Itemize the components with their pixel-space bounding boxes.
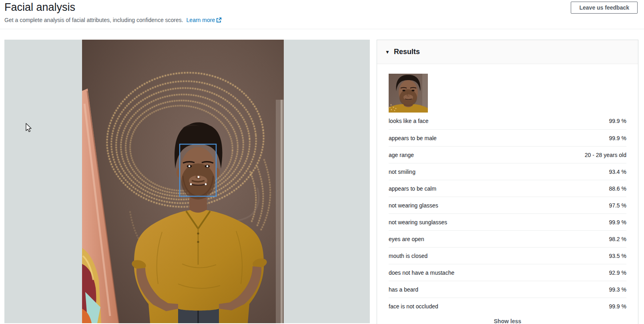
attribute-label: eyes are open xyxy=(389,236,424,242)
attribute-value: 98.2 % xyxy=(609,236,626,242)
attribute-label: does not have a mustache xyxy=(389,270,454,276)
attribute-row: eyes are open 98.2 % xyxy=(389,230,626,247)
attribute-value: 99.3 % xyxy=(609,286,626,293)
page-title: Facial analysis xyxy=(4,0,644,14)
attribute-label: age range xyxy=(389,152,414,158)
results-header-toggle[interactable]: ▼ Results xyxy=(377,40,638,64)
attribute-row: not wearing glasses 97.5 % xyxy=(389,197,626,213)
analyzed-photo xyxy=(82,40,284,323)
learn-more-link[interactable]: Learn more xyxy=(187,17,215,23)
attribute-label: appears to be male xyxy=(389,135,437,141)
attribute-label: not wearing sunglasses xyxy=(389,219,447,225)
analyzed-image-panel xyxy=(4,40,370,323)
attribute-row: not wearing sunglasses 99.9 % xyxy=(389,213,626,230)
attribute-row: looks like a face 99.9 % xyxy=(389,113,626,129)
external-link-icon[interactable] xyxy=(216,17,222,25)
attribute-label: looks like a face xyxy=(389,118,429,124)
attribute-value: 99.9 % xyxy=(609,118,626,124)
attribute-label: not smiling xyxy=(389,169,415,175)
detected-face-thumbnail xyxy=(389,74,428,113)
show-less-button[interactable]: Show less xyxy=(389,314,626,324)
attribute-value: 88.6 % xyxy=(609,185,626,192)
leave-feedback-button[interactable]: Leave us feedback xyxy=(571,2,638,14)
attribute-value: 99.9 % xyxy=(609,303,626,310)
attribute-row: appears to be calm 88.6 % xyxy=(389,180,626,197)
page-subtitle: Get a complete analysis of facial attrib… xyxy=(4,16,644,25)
results-panel: ▼ Results xyxy=(377,40,638,324)
attribute-row: age range 20 - 28 years old xyxy=(389,146,626,163)
attribute-row: has a beard 99.3 % xyxy=(389,281,626,298)
attribute-list: looks like a face 99.9 % appears to be m… xyxy=(389,113,626,314)
attribute-row: not smiling 93.4 % xyxy=(389,163,626,180)
attribute-value: 99.9 % xyxy=(609,135,626,141)
attribute-value: 97.5 % xyxy=(609,202,626,209)
attribute-label: has a beard xyxy=(389,286,418,293)
mouse-cursor-icon xyxy=(25,123,33,134)
attribute-value: 93.4 % xyxy=(609,169,626,175)
collapse-caret-icon[interactable]: ▼ xyxy=(385,49,390,55)
results-title: Results xyxy=(394,48,420,56)
results-body: looks like a face 99.9 % appears to be m… xyxy=(377,64,638,324)
attribute-row: appears to be male 99.9 % xyxy=(389,129,626,146)
attribute-row: does not have a mustache 92.9 % xyxy=(389,264,626,281)
attribute-value: 20 - 28 years old xyxy=(585,152,626,158)
attribute-label: not wearing glasses xyxy=(389,202,438,209)
attribute-value: 99.9 % xyxy=(609,219,626,225)
attribute-label: appears to be calm xyxy=(389,185,436,192)
page-subtitle-text: Get a complete analysis of facial attrib… xyxy=(4,17,183,23)
attribute-value: 92.9 % xyxy=(609,270,626,276)
attribute-label: mouth is closed xyxy=(389,253,427,259)
page-header: Facial analysis Get a complete analysis … xyxy=(0,0,644,29)
learn-more-label: Learn more xyxy=(187,17,215,23)
attribute-row: face is not occluded 99.9 % xyxy=(389,298,626,314)
attribute-label: face is not occluded xyxy=(389,303,438,310)
attribute-value: 93.5 % xyxy=(609,253,626,259)
attribute-row: mouth is closed 93.5 % xyxy=(389,247,626,264)
